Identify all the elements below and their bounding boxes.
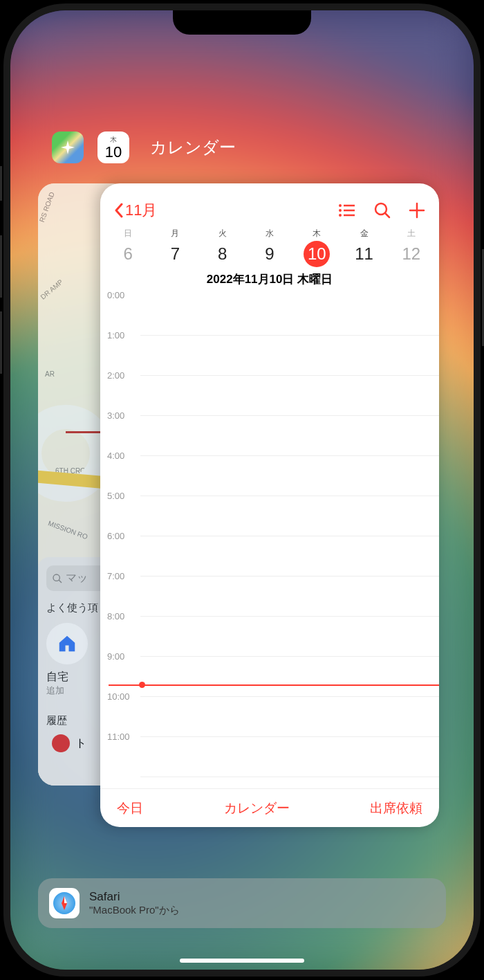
calendar-hour-label: 4:00 <box>107 451 124 461</box>
maps-pin-label: ト <box>75 736 86 751</box>
calendar-app-card[interactable]: 11月 日6月7火8水9木10金11土12 2022年11月10日 木曜日 0:… <box>100 183 439 827</box>
calendar-day-column[interactable]: 水9 <box>246 228 293 267</box>
map-pin-icon <box>52 734 70 752</box>
calendar-hour-row: 2:00 <box>140 376 439 416</box>
calendar-hour-row: 0:00 <box>140 296 439 336</box>
calendars-button[interactable]: カレンダー <box>224 799 290 817</box>
road-label: MISSION RO <box>47 519 89 541</box>
calendar-week-row: 日6月7火8水9木10金11土12 <box>100 228 439 267</box>
calendar-back-label: 11月 <box>125 200 157 221</box>
home-icon <box>57 633 77 654</box>
calendar-weekday-label: 日 <box>104 228 151 239</box>
calendar-timeline[interactable]: 0:001:002:003:004:005:006:007:008:009:00… <box>100 296 439 780</box>
calendar-day-number: 6 <box>115 241 141 267</box>
calendar-day-column[interactable]: 木10 <box>293 228 340 267</box>
calendar-day-column[interactable]: 金11 <box>340 228 387 267</box>
calendar-back-button[interactable]: 11月 <box>114 200 157 221</box>
search-button[interactable] <box>374 202 391 219</box>
calendar-day-number: 7 <box>162 241 188 267</box>
screen: 木 10 カレンダー RS ROAD DR AMP AR 6TH CRO MIS… <box>10 10 474 970</box>
calendar-day-number: 11 <box>351 241 378 267</box>
calendar-day-column[interactable]: 日6 <box>104 228 151 267</box>
svg-point-4 <box>339 209 342 212</box>
calendar-weekday-label: 土 <box>388 228 435 239</box>
road-label: RS ROAD <box>38 191 56 224</box>
front-app-title: カレンダー <box>150 136 236 158</box>
calendar-hour-label: 1:00 <box>107 330 124 341</box>
handoff-banner[interactable]: Safari "MacBook Pro"から <box>38 878 446 928</box>
calendar-hour-row: 7:00 <box>140 577 439 617</box>
svg-point-0 <box>53 574 59 581</box>
calendar-day-column[interactable]: 火8 <box>199 228 246 267</box>
calendar-hour-row: 6:00 <box>140 536 439 577</box>
inbox-button[interactable]: 出席依頼 <box>370 799 422 817</box>
calendar-weekday-label: 火 <box>199 228 246 239</box>
home-indicator[interactable] <box>180 959 304 963</box>
calendar-day-column[interactable]: 月7 <box>151 228 198 267</box>
maps-home-button[interactable] <box>46 623 88 664</box>
calendar-hour-row: 4:00 <box>140 456 439 496</box>
calendar-weekday-label: 金 <box>340 228 387 239</box>
list-view-button[interactable] <box>338 203 356 217</box>
calendar-hour-label: 5:00 <box>107 491 124 501</box>
calendar-hour-label: 3:00 <box>107 410 124 421</box>
current-time-dot <box>139 682 145 688</box>
calendar-hour-label: 10:00 <box>107 691 130 702</box>
today-button[interactable]: 今日 <box>117 799 143 817</box>
calendar-weekday-label: 木 <box>293 228 340 239</box>
calendar-day-number: 10 <box>304 241 330 267</box>
handoff-text: Safari "MacBook Pro"から <box>89 890 180 917</box>
handoff-app-name: Safari <box>89 890 180 904</box>
calendar-hour-label: 7:00 <box>107 571 124 581</box>
search-icon <box>374 202 391 219</box>
calendar-hour-label: 9:00 <box>107 651 124 662</box>
road-label: AR <box>45 370 55 378</box>
chevron-left-icon <box>114 203 124 218</box>
calendar-hour-label: 11:00 <box>107 732 130 742</box>
add-event-button[interactable] <box>409 202 425 219</box>
calendar-hour-row: 9:00 <box>140 657 439 697</box>
calendar-hour-label: 8:00 <box>107 611 124 621</box>
safari-icon <box>49 888 80 918</box>
plus-icon <box>409 202 425 219</box>
calendar-header: 11月 <box>100 183 439 228</box>
calendar-date-title: 2022年11月10日 木曜日 <box>100 267 439 296</box>
calendar-hour-row: 11:00 <box>140 737 439 777</box>
svg-line-1 <box>59 580 62 583</box>
search-icon <box>52 573 63 584</box>
calendar-hour-row: 1:00 <box>140 336 439 376</box>
calendar-day-number: 8 <box>210 241 236 267</box>
notch <box>173 10 311 35</box>
maps-app-icon[interactable] <box>52 131 84 163</box>
calendar-hour-row: 3:00 <box>140 416 439 456</box>
calendar-hour-label: 2:00 <box>107 370 124 381</box>
app-switcher-header: 木 10 カレンダー <box>52 131 236 163</box>
phone-frame: 木 10 カレンダー RS ROAD DR AMP AR 6TH CRO MIS… <box>3 3 481 977</box>
calendar-icon-day: 10 <box>105 145 122 160</box>
current-time-line: 9:41 <box>109 684 439 686</box>
calendar-hour-label: 0:00 <box>107 290 124 300</box>
calendar-hour-row: 5:00 <box>140 496 439 536</box>
list-icon <box>338 203 356 217</box>
road-label: DR AMP <box>39 278 64 301</box>
handoff-source: "MacBook Pro"から <box>89 904 180 917</box>
calendar-weekday-label: 水 <box>246 228 293 239</box>
calendar-app-icon[interactable]: 木 10 <box>97 131 129 163</box>
svg-line-9 <box>385 213 389 217</box>
maps-search-placeholder: マッ <box>66 571 88 586</box>
calendar-toolbar: 今日 カレンダー 出席依頼 <box>100 788 439 827</box>
calendar-day-number: 12 <box>398 241 425 267</box>
svg-point-2 <box>339 204 342 207</box>
svg-marker-13 <box>64 896 67 903</box>
calendar-hour-label: 6:00 <box>107 531 124 541</box>
calendar-weekday-label: 月 <box>151 228 198 239</box>
svg-point-6 <box>339 214 342 217</box>
calendar-day-number: 9 <box>257 241 283 267</box>
calendar-hour-row: 8:00 <box>140 617 439 657</box>
calendar-day-column[interactable]: 土12 <box>388 228 435 267</box>
calendar-hour-row: 10:00 <box>140 697 439 737</box>
